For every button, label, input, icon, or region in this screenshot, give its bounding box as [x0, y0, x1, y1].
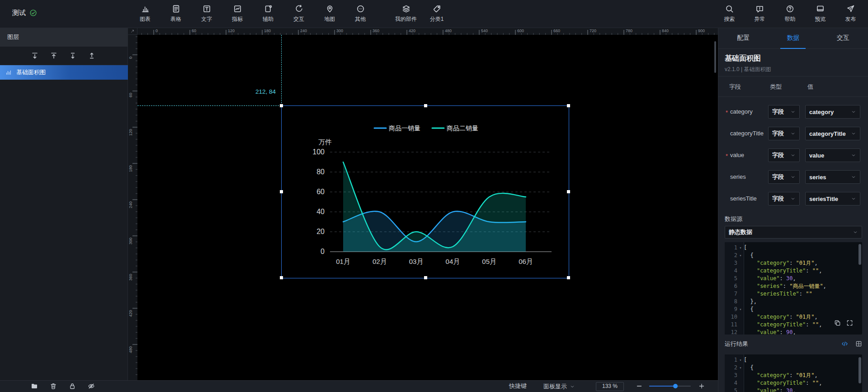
toolbar-item-send[interactable]: 发布 — [835, 0, 866, 28]
resize-handle-w[interactable] — [280, 190, 283, 193]
zoom-out-icon[interactable] — [636, 382, 643, 390]
project-title: 测试 — [12, 9, 26, 17]
field-type-select-value[interactable]: 字段 — [768, 148, 800, 162]
field-value: value — [809, 152, 824, 159]
toolbar-item-monitor[interactable]: 预览 — [805, 0, 835, 28]
field-value-select-value[interactable]: value — [805, 148, 860, 162]
move-down-icon[interactable] — [69, 52, 77, 60]
toolbar-item-clipboard[interactable]: 辅助 — [253, 0, 283, 28]
svg-text:300: 300 — [336, 29, 343, 33]
code-line: 2▾ { — [725, 252, 862, 259]
ruler-horizontal: 0601201802403003604204805406006607207808… — [137, 28, 718, 35]
toolbar-item-table[interactable]: 表格 — [160, 0, 191, 28]
tab-数据[interactable]: 数据 — [768, 28, 818, 48]
resize-handle-se[interactable] — [567, 276, 570, 279]
toolbar-item-widgets[interactable]: 我的部件 — [391, 0, 421, 28]
toolbar-item-label: 表格 — [170, 15, 181, 23]
layer-action-icons — [31, 382, 95, 390]
chevron-down-icon — [790, 153, 796, 158]
map-pin-icon — [326, 5, 334, 13]
shortcut-keys-button[interactable]: 快捷键 — [509, 381, 527, 392]
datasource-select[interactable]: 静态数据 — [725, 226, 862, 239]
tag-icon — [433, 5, 441, 13]
toolbar-item-help[interactable]: 帮助 — [775, 0, 805, 28]
toolbar-item-alert[interactable]: 异常 — [745, 0, 775, 28]
table-icon — [172, 5, 180, 13]
field-value-select-category[interactable]: category — [805, 105, 860, 119]
toolbar-item-kpi[interactable]: 指标 — [222, 0, 253, 28]
field-value-select-series[interactable]: series — [805, 170, 860, 184]
run-result-title: 运行结果 — [725, 340, 748, 347]
zoom-in-icon[interactable] — [698, 382, 705, 390]
field-type-value: 字段 — [772, 108, 784, 116]
field-row-seriesTitle: seriesTitle字段seriesTitle — [718, 188, 868, 210]
ruler-corner[interactable] — [128, 28, 137, 35]
toolbar-item-tag[interactable]: 分类1 — [421, 0, 452, 28]
toolbar-custom-group: 我的部件分类1 — [391, 0, 452, 28]
send-to-back-icon[interactable] — [31, 52, 39, 60]
field-type-select-category[interactable]: 字段 — [768, 105, 800, 119]
tab-配置[interactable]: 配置 — [718, 28, 768, 48]
field-type-select-seriesTitle[interactable]: 字段 — [768, 192, 800, 206]
chevron-down-icon — [851, 196, 856, 201]
layer-arrange-toolbar — [0, 47, 127, 65]
group-icon[interactable] — [31, 382, 38, 390]
resize-handle-ne[interactable] — [567, 104, 570, 107]
guide-line-vertical — [281, 35, 282, 105]
zoom-slider[interactable] — [649, 386, 691, 387]
move-up-icon[interactable] — [88, 52, 96, 60]
expand-icon[interactable] — [846, 320, 853, 326]
resize-handle-s[interactable] — [424, 276, 427, 279]
toolbar-item-interact[interactable]: 交互 — [283, 0, 314, 28]
layers-panel-title: 图层 — [0, 28, 127, 47]
toolbar-item-other[interactable]: 其他 — [345, 0, 376, 28]
zoom-slider-knob[interactable] — [673, 384, 678, 388]
editor-scrollbar[interactable] — [859, 244, 861, 265]
resize-handle-e[interactable] — [567, 190, 570, 193]
field-label: categoryTitle — [730, 130, 764, 137]
bar-chart-icon — [5, 69, 12, 76]
copy-icon[interactable] — [834, 320, 841, 326]
toolbar-item-map-pin[interactable]: 地图 — [314, 0, 345, 28]
lock-icon[interactable] — [69, 382, 76, 390]
design-canvas[interactable]: 212, 84 020406080100万件01月02月03月04月05月06月… — [137, 35, 718, 380]
tab-交互[interactable]: 交互 — [818, 28, 868, 48]
field-value-select-seriesTitle[interactable]: seriesTitle — [805, 192, 860, 206]
svg-text:120: 120 — [128, 129, 133, 136]
resize-handle-n[interactable] — [424, 104, 427, 107]
selection-box[interactable] — [281, 105, 569, 278]
clipboard-icon — [264, 5, 273, 13]
run-result-viewer[interactable]: 1▾[2▾ {3 "category": "01月",4 "categoryTi… — [725, 354, 862, 392]
datasource-label: 数据源 — [725, 215, 742, 223]
toolbar-item-chart-bar[interactable]: 图表 — [130, 0, 160, 28]
code-line: 4 "categoryTitle": "", — [725, 379, 862, 387]
toolbar-item-label: 分类1 — [430, 15, 444, 23]
code-view-icon[interactable] — [841, 340, 848, 347]
code-line: 8 }, — [725, 298, 862, 306]
bring-to-front-icon[interactable] — [50, 52, 58, 60]
field-row-series: series字段series — [718, 166, 868, 188]
field-value-select-categoryTitle[interactable]: categoryTitle — [805, 127, 860, 140]
layer-item-基础面积图[interactable]: 基础面积图 — [0, 65, 128, 80]
resize-handle-nw[interactable] — [280, 104, 283, 107]
delete-icon[interactable] — [50, 382, 57, 390]
canvas-scrollbar[interactable] — [714, 41, 716, 73]
toolbar-item-text[interactable]: 文字 — [191, 0, 222, 28]
svg-text:60: 60 — [192, 29, 196, 33]
bottom-bar: 快捷键 面板显示 133 % — [0, 380, 718, 392]
field-type-select-series[interactable]: 字段 — [768, 170, 800, 184]
panel-display-dropdown[interactable]: 面板显示 — [543, 381, 575, 392]
interact-icon — [295, 5, 303, 13]
field-label: category — [730, 108, 753, 115]
hide-icon[interactable] — [88, 382, 95, 390]
zoom-level-box[interactable]: 133 % — [596, 382, 624, 391]
ruler-vertical: 060120180240300360420480 — [128, 35, 137, 380]
field-type-select-categoryTitle[interactable]: 字段 — [768, 127, 800, 140]
svg-text:600: 600 — [517, 29, 524, 33]
toolbar-item-search[interactable]: 搜索 — [714, 0, 745, 28]
svg-text:720: 720 — [590, 29, 596, 33]
table-view-icon[interactable] — [855, 340, 862, 347]
resize-handle-sw[interactable] — [280, 276, 283, 279]
toolbar-item-label: 我的部件 — [395, 15, 417, 23]
editor-scrollbar[interactable] — [859, 357, 861, 383]
